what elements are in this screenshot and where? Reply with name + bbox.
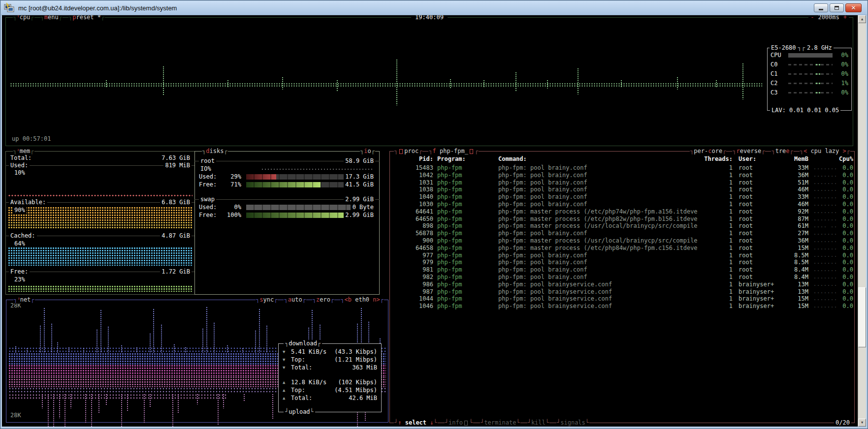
process-program: php-fpm [433,303,491,310]
maximize-button[interactable] [830,3,844,12]
reverse-toggle[interactable]: ┐reverse┌ [732,148,765,155]
process-filter-input[interactable]: ┐f php-fpm_┌ [428,148,479,155]
tab-proc[interactable]: ┐proc┌ [394,148,422,155]
process-mem: 33M [775,164,808,172]
close-button[interactable]: ✕ [845,3,862,12]
process-row[interactable]: 987 php-fpm php-fpm: pool brainyservice.… [392,288,852,296]
process-row[interactable]: 1042 php-fpm php-fpm: pool brainy.conf 1… [392,172,852,179]
header-user[interactable]: User: [733,155,775,163]
process-row[interactable]: 982 php-fpm php-fpm: pool brainy.conf 1 … [392,274,852,281]
select-down-icon[interactable]: ↓ [430,419,433,427]
auto-toggle[interactable]: ┐auto┌ [284,296,306,304]
process-row[interactable]: 977 php-fpm php-fpm: pool brainy.conf 1 … [392,252,852,259]
process-mem: 46M [775,186,808,193]
download-spike [173,344,175,353]
scrollbar-up-button[interactable]: ▲ [858,15,866,23]
process-row[interactable]: 64658 php-fpm php-fpm: master process (/… [392,245,852,252]
process-pid: 977 [392,252,433,259]
process-row[interactable]: 900 php-fpm php-fpm: master process (/us… [392,237,852,245]
process-threads: 1 [700,266,733,274]
header-program[interactable]: Program: [433,155,491,163]
process-row[interactable]: 56878 php-fpm php-fpm: pool brainy.conf … [392,230,852,237]
cpu-usage-line [10,83,762,87]
process-pid: 15483 [392,164,433,172]
process-row[interactable]: 15483 php-fpm php-fpm: pool brainy.conf … [392,164,852,172]
window-titlebar[interactable]: mc [root@ub24.itdeveloper.com.ua]:/lib/s… [1,1,867,15]
scroll-down-icon: ▼ [861,421,863,425]
process-program: php-fpm [433,201,491,208]
preset-button[interactable]: ┐preset *┌ [68,15,105,21]
kill-action[interactable]: ┘kill└ [527,419,549,427]
core-usage-bar [788,81,833,86]
header-command[interactable]: Command: [491,155,700,163]
process-row[interactable]: 1040 php-fpm php-fpm: pool brainy.conf 1… [392,193,852,201]
sort-prev-button[interactable]: < [804,148,807,155]
process-row[interactable]: 1046 php-fpm php-fpm: pool brainyservice… [392,303,852,310]
process-row[interactable]: 1038 php-fpm php-fpm: pool brainy.conf 1… [392,186,852,193]
download-spike [83,348,85,353]
select-control: ┘↑ select ↓└ [394,419,438,427]
minimize-button[interactable] [814,3,828,12]
core-usage-bar [788,72,833,76]
header-cpu[interactable]: Cpu% [837,155,854,163]
process-row[interactable]: 1044 php-fpm php-fpm: pool brainyservice… [392,295,852,303]
tree-toggle[interactable]: ┐tree┌ [771,148,793,155]
process-row[interactable]: 979 php-fpm php-fpm: pool brainy.conf 1 … [392,259,852,266]
iface-next-button[interactable]: n> [373,296,380,304]
mem-available-percent: 90% [13,207,27,214]
io-toggle[interactable]: ┐io┌ [360,148,375,155]
process-cpu: 0.0 [837,222,854,230]
terminal-scrollbar[interactable]: ▲ ▼ [858,15,866,427]
process-mem: 36M [775,237,808,245]
info-action[interactable]: ┘info└ [445,419,473,427]
zero-toggle[interactable]: ┐zero┌ [312,296,334,304]
process-command: php-fpm: pool brainy.conf [491,193,700,201]
sync-toggle[interactable]: ┐sync┌ [256,296,278,304]
tab-mem[interactable]: ┐²mem┌ [13,148,34,155]
sort-next-button[interactable]: > [843,148,846,155]
disk-free-bar [246,182,351,187]
process-row[interactable]: 1030 php-fpm php-fpm: pool brainy.conf 1… [392,201,852,208]
signals-action[interactable]: ┘signals└ [556,419,589,427]
process-program: php-fpm [433,222,491,230]
cpu-spike [577,68,579,94]
rate-increase-button[interactable]: + [843,15,847,21]
header-threads[interactable]: Threads: [700,155,733,163]
process-mem-sparkline: ........ [813,237,837,245]
iface-prev-button[interactable]: <b [345,296,352,304]
cpu-core-row: C3 0% [768,88,851,97]
tab-disks[interactable]: ┐disks┌ [202,148,228,155]
process-mem-sparkline: ........ [813,245,837,252]
scrollbar-thumb[interactable] [858,287,866,347]
process-row[interactable]: 981 php-fpm php-fpm: pool brainy.conf 1 … [392,266,852,274]
download-spike [258,308,260,353]
process-row[interactable]: 986 php-fpm php-fpm: pool brainyservice.… [392,281,852,288]
disk-used-bar [246,174,351,180]
header-pid[interactable]: Pid: [392,155,433,163]
tab-net[interactable]: ┐³net┌ [13,296,35,304]
interface-selector: ┐<b eth0 n>┌ [340,296,384,304]
process-row[interactable]: 898 php-fpm php-fpm: master process (/us… [392,222,852,230]
cpu-core-row: C0 0% [768,60,851,69]
process-cpu: 0.0 [837,193,854,201]
process-pid: 900 [392,237,433,245]
process-row[interactable]: 64650 php-fpm php-fpm: master process (/… [392,215,852,223]
process-mem-sparkline: ........ [813,208,837,215]
mem-used-graph [8,194,193,197]
terminate-action[interactable]: ┘terminate└ [480,419,520,427]
header-mem[interactable]: MemB [775,155,808,163]
process-cpu: 0.0 [837,303,854,310]
scrollbar-down-button[interactable]: ▼ [858,419,866,427]
cpu-core-rows: CPU 0% C0 0% C1 [768,51,851,97]
process-row[interactable]: 1031 php-fpm php-fpm: pool brainy.conf 1… [392,179,852,186]
tab-cpu[interactable]: ┐¹cpu┌ [13,15,34,21]
process-program: php-fpm [433,186,491,193]
core-label: C0 [771,61,785,68]
rate-decrease-button[interactable]: - [810,15,814,21]
process-row[interactable]: 64641 php-fpm php-fpm: master process (/… [392,208,852,215]
menu-button[interactable]: ┐menu┌ [40,15,63,21]
proc-marker-icon [399,149,403,154]
process-cpu: 0.0 [837,281,854,288]
select-up-icon[interactable]: ↑ [398,419,401,427]
per-core-toggle[interactable]: ┐per-core┌ [690,148,726,155]
